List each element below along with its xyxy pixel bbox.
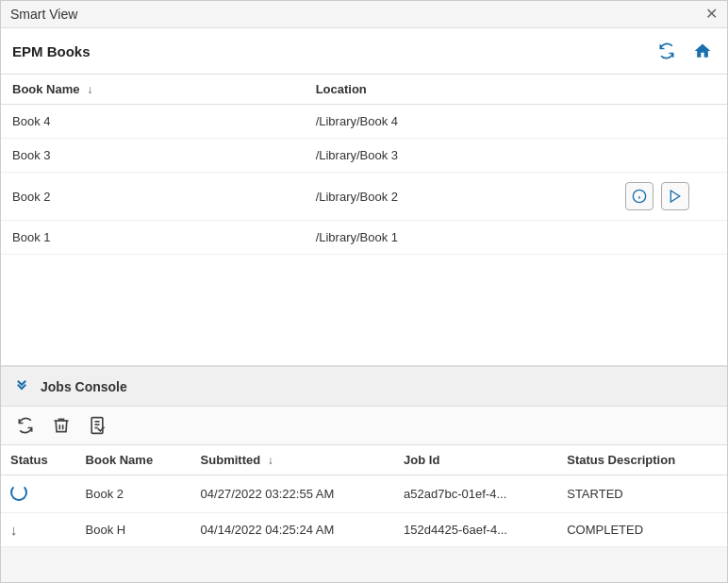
jobs-table: Status Book Name Submitted ↓ Job Id (1, 445, 727, 547)
jobs-console: Jobs Console (1, 365, 727, 582)
actions-cell (614, 221, 727, 255)
run-icon-button[interactable] (661, 182, 689, 210)
books-table: Book Name ↓ Location Book 4/Library/Book… (1, 75, 727, 255)
sort-arrow-submitted: ↓ (268, 454, 273, 467)
books-table-row: Book 4/Library/Book 4 (1, 105, 727, 139)
books-table-body: Book 4/Library/Book 4Book 3/Library/Book… (1, 105, 727, 255)
jobs-table-row: ↓Book H04/14/2022 04:25:24 AM152d4425-6a… (1, 513, 727, 547)
jobs-toolbar (1, 407, 727, 445)
book-name-cell: Book 4 (1, 105, 305, 139)
refresh-icon[interactable] (654, 38, 680, 64)
jobs-table-row: Book 204/27/2022 03:22:55 AMa52ad7bc-01e… (1, 475, 727, 513)
job-status-desc-cell: COMPLETED (557, 513, 727, 547)
close-button[interactable]: ✕ (705, 7, 718, 22)
books-table-row: Book 1/Library/Book 1 (1, 221, 727, 255)
col-book-name: Book Name ↓ (1, 75, 305, 105)
col-actions-header (614, 75, 727, 105)
jobs-console-title: Jobs Console (41, 379, 127, 394)
job-id-cell: 152d4425-6aef-4... (394, 513, 557, 547)
actions-cell (614, 105, 727, 139)
jobs-console-header: Jobs Console (1, 367, 727, 407)
row-action-buttons (625, 182, 716, 210)
jobs-col-job-id: Job Id (394, 445, 557, 475)
job-submitted-cell: 04/27/2022 03:22:55 AM (191, 475, 395, 513)
jobs-table-body: Book 204/27/2022 03:22:55 AMa52ad7bc-01e… (1, 475, 727, 547)
window-title: Smart View (10, 7, 77, 22)
location-cell: /Library/Book 3 (305, 139, 614, 173)
job-submitted-cell: 04/14/2022 04:25:24 AM (191, 513, 395, 547)
col-location: Location (305, 75, 614, 105)
actions-cell (614, 139, 727, 173)
job-status-cell (1, 475, 76, 513)
jobs-col-submitted: Submitted ↓ (191, 445, 395, 475)
home-icon[interactable] (689, 38, 716, 64)
job-status-cell: ↓ (1, 513, 76, 547)
header-icons (654, 38, 716, 64)
collapse-icon[interactable] (12, 375, 31, 398)
location-cell: /Library/Book 2 (305, 173, 614, 221)
location-cell: /Library/Book 4 (305, 105, 614, 139)
location-cell: /Library/Book 1 (305, 221, 614, 255)
jobs-col-book-name: Book Name (76, 445, 191, 475)
jobs-clear-icon[interactable] (84, 412, 110, 439)
books-table-row: Book 3/Library/Book 3 (1, 139, 727, 173)
book-name-cell: Book 2 (1, 173, 305, 221)
books-section: Book Name ↓ Location Book 4/Library/Book… (1, 75, 727, 365)
info-icon-button[interactable] (625, 182, 654, 210)
books-table-container[interactable]: Book Name ↓ Location Book 4/Library/Book… (1, 75, 727, 365)
jobs-table-header: Status Book Name Submitted ↓ Job Id (1, 445, 727, 475)
jobs-delete-icon[interactable] (48, 412, 74, 439)
books-table-row: Book 2/Library/Book 2 (1, 173, 727, 221)
book-name-cell: Book 1 (1, 221, 305, 255)
title-bar: Smart View ✕ (1, 1, 727, 28)
jobs-col-status: Status (1, 445, 76, 475)
jobs-table-container[interactable]: Status Book Name Submitted ↓ Job Id (1, 445, 727, 582)
job-id-cell: a52ad7bc-01ef-4... (394, 475, 557, 513)
status-spinning-icon (10, 484, 27, 501)
book-name-cell: Book 3 (1, 139, 305, 173)
jobs-col-status-desc: Status Description (557, 445, 727, 475)
books-table-header: Book Name ↓ Location (1, 75, 727, 105)
svg-marker-3 (670, 191, 679, 202)
status-down-icon: ↓ (10, 522, 18, 538)
sort-arrow-book-name: ↓ (87, 83, 92, 96)
actions-cell (614, 173, 727, 221)
app-title: EPM Books (12, 43, 91, 59)
jobs-refresh-icon[interactable] (12, 412, 39, 439)
job-book-name-cell: Book 2 (76, 475, 191, 513)
app-header: EPM Books (1, 28, 727, 75)
job-book-name-cell: Book H (76, 513, 191, 547)
job-status-desc-cell: STARTED (557, 475, 727, 513)
smart-view-window: Smart View ✕ EPM Books (0, 0, 728, 583)
